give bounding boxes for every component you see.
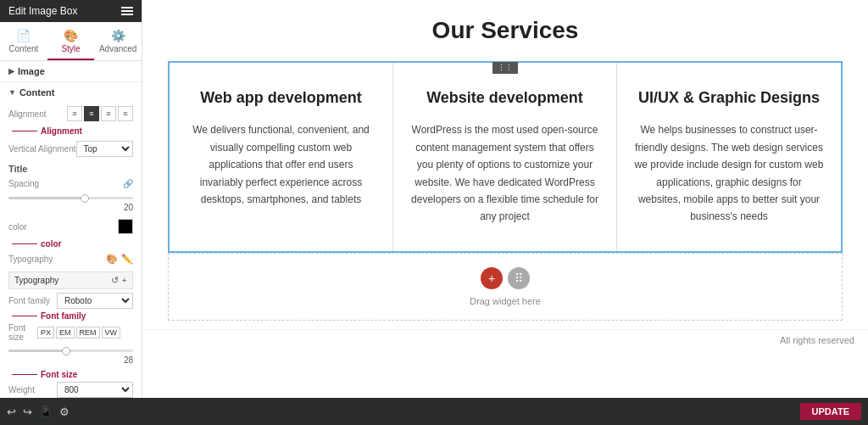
spacing-slider-track[interactable] [8,197,133,199]
alignment-label: Alignment [8,109,46,119]
spacing-slider-container: 20 [8,192,133,215]
font-size-value: 28 [8,355,133,365]
settings-icon[interactable]: ⚙ [59,405,70,418]
weight-label: Weight [8,385,35,394]
canvas-inner: Our Services ⋮⋮ Web app development We d… [142,0,868,321]
content-arrow-icon: ▼ [8,88,16,97]
alignment-buttons: ≡ ≡ ≡ ≡ [67,106,133,121]
history-forward-icon[interactable]: ↪ [23,405,32,418]
footer-bar: All rights reserved [142,329,868,350]
color-row [118,219,133,234]
content-section-label: Content [19,87,55,98]
typography-header-label: Typography [14,276,58,285]
drag-text: Drag widget here [470,296,541,306]
align-right-btn[interactable]: ≡ [101,106,116,121]
tab-advanced[interactable]: ⚙️ Advanced [94,22,142,60]
advanced-tab-icon: ⚙️ [97,29,138,42]
font-family-label: Font family [8,296,50,305]
service-card-3-desc: We helps businesses to construct user-fr… [634,121,824,225]
spacing-link-icon: 🔗 [123,179,133,188]
weight-select[interactable]: 800 400 700 [57,382,133,398]
service-card-3: UI/UX & Graphic Designs We helps busines… [617,63,841,251]
image-section: ▶ Image [0,61,142,82]
color-annotation: color [12,239,133,249]
drag-buttons: + ⠿ [481,267,530,289]
typography-label: Typography [8,254,53,264]
tab-content-label: Content [8,44,38,53]
size-row: Font size PX EM REM VW [8,323,133,342]
align-left-btn[interactable]: ≡ [67,106,82,121]
color-swatch[interactable] [118,219,133,234]
font-family-row: Font family Roboto Arial Open Sans [8,293,133,309]
responsive-icon[interactable]: 📱 [39,405,53,418]
add-widget-button[interactable]: + [481,267,503,289]
spacing-label: Spacing [8,179,39,188]
image-arrow-icon: ▶ [8,67,14,75]
size-label: Font size [8,323,34,342]
size-vw-btn[interactable]: VW [102,327,121,338]
align-justify-btn[interactable]: ≡ [118,106,133,121]
sidebar-tabs: 📄 Content 🎨 Style ⚙️ Advanced [0,22,142,61]
font-size-annotation: Font size [12,370,133,379]
spacing-value: 20 [8,203,133,212]
service-card-2: Website development WordPress is the mos… [393,63,617,251]
grab-widget-button[interactable]: ⠿ [508,267,530,289]
size-px-btn[interactable]: PX [37,327,54,338]
sidebar: Edit Image Box 📄 Content 🎨 Style ⚙️ Adva… [0,0,142,398]
tab-content[interactable]: 📄 Content [0,22,47,60]
bottom-bar: ↩ ↪ 📱 ⚙ UPDATE [0,398,868,425]
content-section: ▼ Content Alignment ≡ ≡ ≡ ≡ Align [0,82,142,398]
image-section-label: Image [18,66,45,76]
alignment-annotation-text: Alignment [41,126,82,136]
size-rem-btn[interactable]: REM [76,327,100,338]
align-center-btn[interactable]: ≡ [84,106,99,121]
tab-advanced-label: Advanced [99,44,136,53]
typography-header-icons: ↺ + [111,275,127,286]
footer-text: All rights reserved [780,335,854,345]
typography-edit-icon[interactable]: ✏️ [121,254,133,265]
weight-row: Weight 800 400 700 [8,382,133,398]
service-card-2-desc: WordPress is the most used open-source c… [410,121,599,225]
menu-icon[interactable] [121,7,133,15]
size-buttons: PX EM REM VW [37,327,120,338]
typography-refresh-icon[interactable]: ↺ [111,275,119,286]
typography-plus-icon[interactable]: + [122,275,127,286]
service-card-1: Web app development We delivers function… [170,63,393,251]
typography-header: Typography ↺ + [8,271,133,289]
service-card-1-title: Web app development [186,88,376,108]
size-slider-track[interactable] [8,350,133,352]
service-card-3-title: UI/UX & Graphic Designs [634,88,824,108]
title-section-label: Title [8,160,133,176]
history-back-icon[interactable]: ↩ [7,405,16,418]
style-tab-icon: 🎨 [51,29,92,42]
services-grid: ⋮⋮ Web app development We delivers funct… [168,61,843,253]
tab-style-label: Style [61,44,80,53]
page-title: Our Services [168,17,843,44]
sidebar-title: Edit Image Box [8,5,77,17]
color-annotation-text: color [41,239,61,249]
font-family-annotation: Font family [12,311,133,321]
tab-style[interactable]: 🎨 Style [47,22,95,60]
content-tab-icon: 📄 [3,29,44,42]
font-family-annotation-text: Font family [41,311,86,321]
vertical-alignment-select[interactable]: Top Middle Bottom [76,141,134,157]
vertical-alignment-label: Vertical Alignment [8,144,76,154]
color-label: color [8,222,27,232]
image-section-toggle[interactable]: ▶ Image [8,66,133,76]
size-slider-container: 28 [8,344,133,368]
service-card-1-desc: We delivers functional, convenient, and … [186,121,376,208]
sidebar-header: Edit Image Box [0,0,142,22]
font-size-annotation-text: Font size [41,370,77,379]
size-em-btn[interactable]: EM [56,327,75,338]
alignment-annotation: Alignment [12,126,133,136]
content-section-toggle[interactable]: ▼ Content [8,87,133,98]
service-card-2-title: Website development [410,88,599,108]
update-button[interactable]: UPDATE [800,403,861,420]
typography-icons: 🎨 ✏️ [106,254,133,265]
canvas: Our Services ⋮⋮ Web app development We d… [142,0,868,398]
typography-palette-icon[interactable]: 🎨 [106,254,118,265]
drag-widget-area: + ⠿ Drag widget here [168,253,843,321]
font-family-select[interactable]: Roboto Arial Open Sans [57,293,133,309]
